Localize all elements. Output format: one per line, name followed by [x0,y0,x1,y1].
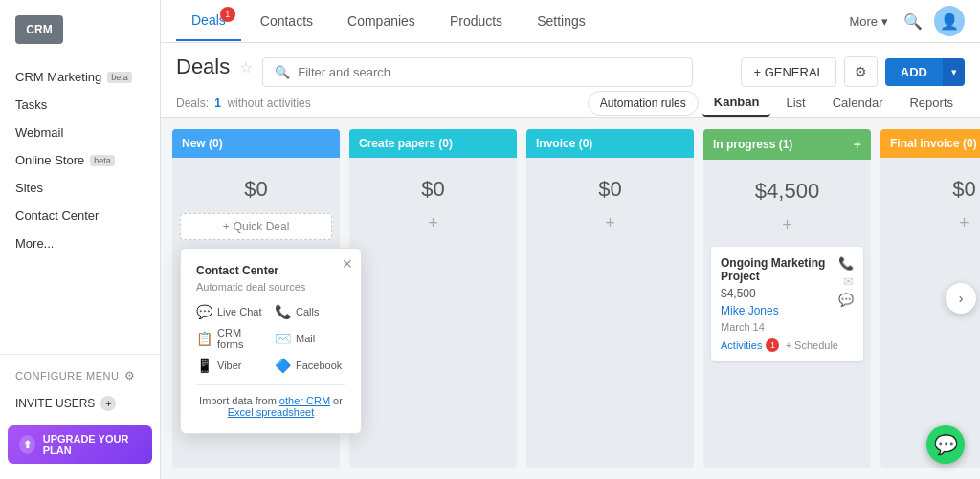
tab-deals[interactable]: Deals 1 [176,1,241,41]
tab-companies-label: Companies [347,13,415,29]
upgrade-icon: ⬆ [19,435,35,454]
deal-card-amount: $4,500 [721,287,838,300]
column-header-final-invoice: Final invoice (0) [880,129,980,158]
sidebar-item-contact-center[interactable]: Contact Center [0,202,160,229]
add-column-in-progress-icon[interactable]: + [854,137,861,152]
beta-badge: beta [107,72,132,83]
header-search-row: Deals ☆ 🔍 + GENERAL ⚙ ADD ▾ [176,54,965,89]
search-input[interactable] [298,65,680,79]
mail-icon: ✉️ [275,331,291,346]
popup-item-live-chat[interactable]: 💬 Live Chat [196,304,267,319]
whatsapp-fab-button[interactable]: 💬 [926,425,965,464]
activities-button[interactable]: Activities 1 [721,338,779,352]
sidebar-item-online-store[interactable]: Online Store beta [0,146,160,174]
tab-contacts[interactable]: Contacts [245,2,328,40]
popup-item-calls[interactable]: 📞 Calls [275,304,345,319]
configure-menu-button[interactable]: CONFIGURE MENU ⚙ [0,362,160,389]
toolbar-right: + GENERAL ⚙ ADD ▾ [741,56,965,87]
column-title-in-progress: In progress (1) [713,138,792,151]
column-amount-final-invoice: $0 [888,165,980,209]
sidebar-item-label: Tasks [15,98,47,112]
tab-settings-label: Settings [537,13,586,29]
add-caret-button[interactable]: ▾ [943,58,965,86]
page-subtitle: Deals: 1 without activities [176,91,311,116]
sidebar-item-webmail[interactable]: Webmail [0,119,160,146]
nav-tabs: Deals 1 Contacts Companies Products Sett… [176,1,841,41]
sidebar-item-tasks[interactable]: Tasks [0,91,160,119]
popup-import-section: Import data from other CRM or Excel spre… [196,395,345,418]
favorite-icon[interactable]: ☆ [239,58,253,76]
add-deal-create-papers[interactable]: + [357,209,509,237]
popup-close-button[interactable]: ✕ [342,256,353,272]
invite-users-button[interactable]: INVITE USERS + [0,389,160,418]
tab-settings[interactable]: Settings [522,2,601,40]
deal-card-person[interactable]: Mike Jones [721,304,838,317]
gear-icon: ⚙ [124,369,136,382]
automation-rules-button[interactable]: Automation rules [588,91,699,116]
activities-label: Activities [721,339,762,351]
sidebar-logo[interactable]: CRM [15,15,63,44]
popup-item-crm-forms[interactable]: 📋 CRM forms [196,327,267,350]
beta-badge: beta [90,155,115,166]
quick-deal-button[interactable]: + Quick Deal [180,213,332,240]
popup-title: Contact Center [196,264,345,277]
page-title-row: Deals ☆ [176,54,253,79]
sidebar-item-label: More... [15,236,54,250]
sidebar-item-more[interactable]: More... [0,229,160,257]
kanban-column-new: New (0) $0 + Quick Deal ✕ Contact Center… [172,129,340,468]
search-icon[interactable]: 🔍 [903,12,923,31]
search-bar[interactable]: 🔍 [262,57,693,87]
add-deal-invoice[interactable]: + [534,209,686,237]
column-body-create-papers: $0 + [349,158,517,468]
deal-card-icons: 📞 ✉ 💬 [838,256,854,352]
column-title-create-papers: Create papers (0) [359,137,453,150]
add-deal-final-invoice[interactable]: + [888,209,980,237]
settings-button[interactable]: ⚙ [844,56,878,87]
column-body-new: $0 + Quick Deal ✕ Contact Center Automat… [172,158,340,468]
column-body-invoice: $0 + [526,158,694,468]
add-button[interactable]: ADD [885,58,943,86]
upgrade-label: UPGRADE YOUR PLAN [43,433,141,456]
sidebar-item-sites[interactable]: Sites [0,174,160,202]
view-tab-list[interactable]: List [774,90,816,116]
kanban-column-in-progress: In progress (1) + $4,500 + Ongoing Marke… [703,129,871,468]
configure-menu-label: CONFIGURE MENU [15,370,119,381]
add-deal-in-progress[interactable]: + [711,211,863,239]
deal-card-ongoing-marketing: Ongoing Marketing Project $4,500 Mike Jo… [711,247,863,361]
schedule-button[interactable]: + Schedule [786,339,838,351]
tab-products-label: Products [450,13,502,29]
column-header-create-papers: Create papers (0) [349,129,517,158]
page-header: Deals ☆ 🔍 + GENERAL ⚙ ADD ▾ Deals: [161,43,980,118]
subtitle-count: 1 [214,97,221,110]
form-icon: 📋 [196,331,212,346]
column-body-in-progress: $4,500 + Ongoing Marketing Project $4,50… [703,160,871,468]
quick-deal-label: Quick Deal [234,220,290,233]
more-menu-button[interactable]: More ▾ [841,3,896,40]
chevron-right-icon: › [959,291,964,306]
tab-contacts-label: Contacts [260,13,313,29]
general-button[interactable]: + GENERAL [741,57,835,87]
column-header-invoice: Invoice (0) [526,129,694,158]
popup-subtitle: Automatic deal sources [196,281,345,293]
viber-icon: 📱 [196,358,212,373]
upgrade-plan-button[interactable]: ⬆ UPGRADE YOUR PLAN [8,425,152,464]
tab-products[interactable]: Products [434,2,518,40]
view-tab-kanban[interactable]: Kanban [702,89,771,117]
excel-spreadsheet-link[interactable]: Excel spreadsheet [228,406,315,418]
import-text: Import data from [199,395,277,406]
popup-item-label: Mail [296,333,315,344]
scroll-right-button[interactable]: › [946,283,976,314]
popup-item-facebook[interactable]: 🔷 Facebook [275,358,345,373]
sidebar-item-crm-marketing[interactable]: CRM Marketing beta [0,63,160,91]
tab-companies[interactable]: Companies [332,2,431,40]
popup-item-viber[interactable]: 📱 Viber [196,358,267,373]
view-tab-reports[interactable]: Reports [898,90,965,116]
chevron-down-icon: ▾ [881,14,888,29]
popup-item-mail[interactable]: ✉️ Mail [275,327,345,350]
subtitle-text: without activities [227,97,310,110]
general-button-label: + GENERAL [753,65,823,79]
view-tab-calendar[interactable]: Calendar [821,90,895,116]
avatar[interactable]: 👤 [934,6,965,36]
other-crm-link[interactable]: other CRM [279,395,330,406]
more-label: More [849,14,878,29]
